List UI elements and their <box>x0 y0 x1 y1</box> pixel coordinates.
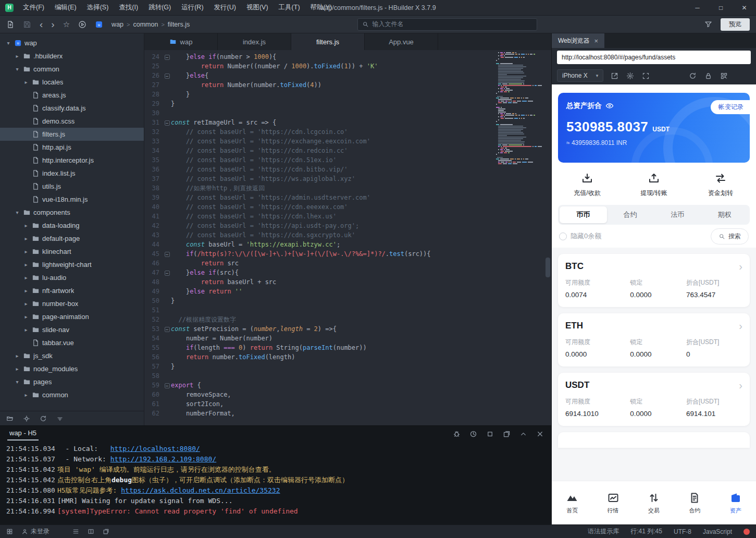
chevron-right-icon[interactable]: ▸ <box>23 79 29 85</box>
nav-item-行情[interactable]: 行情 <box>592 492 633 515</box>
code-line-36[interactable]: 36 // const baseUrl = 'https://cdn.bitbo… <box>144 165 551 174</box>
console-tab[interactable]: wap - H5 <box>7 427 39 441</box>
outline-icon[interactable] <box>72 528 79 535</box>
code-line-62[interactable]: 62 numberFormat, <box>144 409 551 418</box>
bookmark-icon[interactable]: ☆ <box>63 20 70 28</box>
tab-App.vue[interactable]: App.vue <box>365 33 438 50</box>
reload-icon[interactable] <box>689 72 697 80</box>
tree-item-filters.js[interactable]: filters.js <box>0 128 144 141</box>
code-line-56[interactable]: 56 return number.toFixed(length) <box>144 352 551 362</box>
code-line-52[interactable]: 52 //根据精度设置数字 <box>144 315 551 324</box>
code-editor[interactable]: 24− }else if(number > 1000){25 return Nu… <box>144 50 551 425</box>
editor-scrollbar[interactable] <box>546 50 550 425</box>
breadcrumb-item[interactable]: filters.js <box>168 21 190 28</box>
file-search-box[interactable]: 输入文件名 <box>357 18 537 31</box>
breadcrumb-item[interactable]: common <box>133 21 158 28</box>
code-line-58[interactable]: 58 <box>144 371 551 381</box>
workspace-icon[interactable] <box>6 528 13 535</box>
tab-filters.js[interactable]: filters.js <box>291 33 365 50</box>
code-line-44[interactable]: 44 const baseUrl = 'https://exapi.btzyw.… <box>144 240 551 249</box>
code-line-29[interactable]: 29} <box>144 99 551 108</box>
chevron-right-icon[interactable]: ▸ <box>14 366 20 372</box>
log-link[interactable]: http://localhost:8080/ <box>110 445 200 453</box>
chevron-down-icon[interactable]: ▾ <box>14 379 20 385</box>
cursor-position[interactable]: 行:41 列:45 <box>630 527 662 536</box>
menu-item[interactable]: 视图(V) <box>241 0 274 15</box>
tree-item-number-box[interactable]: ▸number-box <box>0 297 144 310</box>
filter-icon[interactable] <box>704 20 712 28</box>
tree-item-index.list.js[interactable]: index.list.js <box>0 167 144 180</box>
tree-item-page-animation[interactable]: ▸page-animation <box>0 310 144 323</box>
locate-file-icon[interactable] <box>23 415 30 422</box>
open-folder-icon[interactable] <box>6 415 14 422</box>
tree-item-demo.scss[interactable]: demo.scss <box>0 115 144 128</box>
history-icon[interactable] <box>469 430 477 438</box>
coin-search[interactable]: 搜索 <box>711 228 749 244</box>
account-record-button[interactable]: 帐变记录 <box>711 100 750 114</box>
fold-marker-icon[interactable]: − <box>163 268 171 277</box>
tab-wap[interactable]: wap <box>144 33 218 50</box>
tree-item-vue-i18n.min.js[interactable]: vue-i18n.min.js <box>0 193 144 206</box>
menu-item[interactable]: 文件(F) <box>18 0 49 15</box>
forward-icon[interactable]: › <box>51 19 54 29</box>
qr-code-icon[interactable] <box>720 72 728 80</box>
chevron-right-icon[interactable]: ▸ <box>23 262 29 267</box>
chevron-down-icon[interactable]: ▾ <box>14 66 20 72</box>
code-line-25[interactable]: 25 return Number((number / 1000).toFixed… <box>144 62 551 71</box>
nav-item-资产[interactable]: 资产 <box>715 492 756 515</box>
hide-zero-toggle[interactable]: 隐藏0余额 <box>559 231 601 241</box>
code-line-43[interactable]: 43 // const baseUrl = 'https://cdn.sgxcr… <box>144 230 551 240</box>
screenshot-icon[interactable] <box>642 72 650 80</box>
language-mode[interactable]: JavaScript <box>703 528 732 535</box>
tree-item-components[interactable]: ▾components <box>0 206 144 219</box>
tree-item-slide-nav[interactable]: ▸slide-nav <box>0 323 144 336</box>
code-line-51[interactable]: 51 <box>144 305 551 315</box>
coin-card-BTC[interactable]: BTC›可用额度0.0074锁定0.0000折合[USDT]763.4547 <box>558 254 750 307</box>
settings-icon[interactable] <box>626 72 634 80</box>
minimize-button[interactable]: ─ <box>686 0 709 15</box>
tree-item-node_modules[interactable]: ▸node_modules <box>0 362 144 375</box>
code-line-54[interactable]: 54 number = Number(number) <box>144 334 551 343</box>
chevron-right-icon[interactable]: ▸ <box>14 353 20 359</box>
collapse-all-icon[interactable] <box>56 415 64 422</box>
nav-item-首页[interactable]: 首页 <box>552 492 592 515</box>
menu-item[interactable]: 选择(S) <box>82 0 114 15</box>
coin-card-partial[interactable] <box>558 432 750 448</box>
syntax-lib[interactable]: 语法提示库 <box>588 527 619 536</box>
fold-marker-icon[interactable]: − <box>163 324 171 334</box>
chevron-right-icon[interactable]: ▸ <box>23 392 29 398</box>
new-file-icon[interactable] <box>6 20 15 29</box>
action-充值/收款[interactable]: 充值/收款 <box>554 172 621 198</box>
tree-item-default-page[interactable]: ▸default-page <box>0 232 144 245</box>
action-资金划转[interactable]: 资金划转 <box>687 172 754 198</box>
tree-item-tabbar.vue[interactable]: tabbar.vue <box>0 336 144 349</box>
fold-marker-icon[interactable]: − <box>163 381 171 390</box>
code-line-24[interactable]: 24− }else if(number > 1000){ <box>144 52 551 62</box>
tree-item-wap[interactable]: ▾uwap <box>0 36 144 50</box>
close-tab-icon[interactable]: × <box>594 37 598 45</box>
refresh-icon[interactable] <box>40 415 47 422</box>
tree-item-pages[interactable]: ▾pages <box>0 375 144 388</box>
scrollbar-thumb[interactable] <box>546 258 550 277</box>
tree-item-http.api.js[interactable]: http.api.js <box>0 141 144 154</box>
code-line-37[interactable]: 37 // const baseUrl = 'https://ws.apiglo… <box>144 174 551 184</box>
code-line-55[interactable]: 55 if(length === 0) return String(parseI… <box>144 343 551 352</box>
code-line-33[interactable]: 33 // const baseUrl = 'https://exchange.… <box>144 137 551 146</box>
tree-item-js_sdk[interactable]: ▸js_sdk <box>0 349 144 362</box>
nav-item-交易[interactable]: 交易 <box>634 492 674 515</box>
chevron-down-icon[interactable]: ▾ <box>14 210 20 215</box>
split-view-icon[interactable] <box>88 528 94 535</box>
notification-icon[interactable] <box>743 529 750 535</box>
asset-tab-合约[interactable]: 合约 <box>607 206 654 223</box>
tree-item-common[interactable]: ▾common <box>0 63 144 76</box>
code-line-41[interactable]: 41 // const baseUrl = 'https://cdn.lhex.… <box>144 212 551 221</box>
tree-item-areas.js[interactable]: areas.js <box>0 89 144 102</box>
chevron-right-icon[interactable]: ▸ <box>14 53 20 59</box>
tree-item-utils.js[interactable]: utils.js <box>0 180 144 193</box>
chevron-down-icon[interactable]: ▾ <box>5 40 11 46</box>
code-line-34[interactable]: 34 // const baseUrl = 'https://cdn.redco… <box>144 146 551 155</box>
code-line-49[interactable]: 49 }else return '' <box>144 287 551 296</box>
tree-item-http.interceptor.js[interactable]: http.interceptor.js <box>0 154 144 167</box>
menu-item[interactable]: 跳转(G) <box>143 0 176 15</box>
tree-item-nft-artwork[interactable]: ▸nft-artwork <box>0 284 144 297</box>
